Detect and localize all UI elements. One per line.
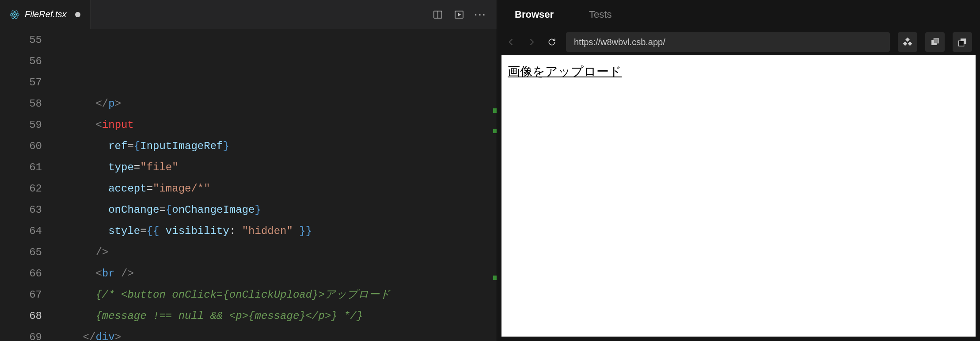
line-number: 58	[0, 93, 42, 115]
line-number: 55	[0, 30, 42, 51]
svg-point-3	[14, 14, 15, 15]
browser-viewport[interactable]: 画像をアップロード	[501, 55, 976, 337]
tab-tests[interactable]: Tests	[589, 9, 612, 20]
line-number: 56	[0, 51, 42, 72]
svg-rect-12	[934, 38, 938, 43]
url-text: https://w8wbvl.csb.app/	[574, 37, 665, 47]
line-number: 59	[0, 115, 42, 136]
upload-link[interactable]: 画像をアップロード	[508, 65, 622, 78]
code-area[interactable]: 555657585960616263646566676869 </p> <inp…	[0, 29, 497, 341]
more-actions-button[interactable]: ···	[474, 8, 487, 21]
line-number: 66	[0, 263, 42, 284]
line-number: 63	[0, 199, 42, 221]
line-number: 69	[0, 327, 42, 341]
line-number: 60	[0, 136, 42, 157]
code-line[interactable]: {/* <button onClick={onClickUpload}>アップロ…	[57, 284, 497, 306]
line-number: 68	[0, 306, 42, 327]
svg-rect-8	[906, 38, 909, 42]
line-number: 64	[0, 221, 42, 242]
browser-toolbar: https://w8wbvl.csb.app/	[497, 29, 980, 55]
reload-button[interactable]	[546, 36, 558, 48]
unsaved-indicator-icon	[75, 12, 80, 17]
line-number-gutter: 555657585960616263646566676869	[0, 29, 57, 341]
new-window-button[interactable]	[953, 32, 972, 52]
line-number: 67	[0, 284, 42, 306]
code-line[interactable]: ref={InputImageRef}	[57, 136, 497, 157]
open-window-button[interactable]	[925, 32, 945, 52]
code-line[interactable]: accept="image/*"	[57, 178, 497, 199]
code-line[interactable]: <br />	[57, 263, 497, 284]
file-tab-label: FileRef.tsx	[25, 9, 66, 19]
code-line[interactable]: onChange={onChangeImage}	[57, 199, 497, 221]
back-button[interactable]	[505, 36, 517, 48]
svg-rect-14	[959, 41, 964, 46]
codesandbox-button[interactable]	[898, 32, 917, 52]
code-line[interactable]: />	[57, 242, 497, 263]
editor-tabs: FileRef.tsx	[0, 0, 91, 29]
code-line[interactable]: </p>	[57, 93, 497, 115]
preview-pane: Browser Tests https://w8wbvl.csb.app/ 画像…	[497, 0, 980, 341]
code-line[interactable]: style={{ visibility: "hidden" }}	[57, 221, 497, 242]
code-line[interactable]: </div>	[57, 327, 497, 341]
code-line[interactable]: type="file"	[57, 157, 497, 178]
url-bar[interactable]: https://w8wbvl.csb.app/	[566, 32, 890, 52]
tab-browser[interactable]: Browser	[515, 9, 554, 20]
svg-rect-9	[904, 42, 907, 46]
forward-button[interactable]	[525, 36, 538, 48]
ellipsis-icon: ···	[474, 8, 486, 21]
editor-pane: FileRef.tsx ··· 555657585960616263646566…	[0, 0, 497, 341]
split-editor-button[interactable]	[431, 8, 444, 21]
code-content[interactable]: </p> <input ref={InputImageRef} type="fi…	[57, 29, 497, 341]
react-icon	[10, 10, 19, 19]
line-number: 62	[0, 178, 42, 199]
line-number: 65	[0, 242, 42, 263]
preview-tabs: Browser Tests	[497, 0, 980, 29]
code-line[interactable]: <input	[57, 115, 497, 136]
code-line[interactable]: {message !== null && <p>{message}</p>} *…	[57, 306, 497, 327]
line-number: 61	[0, 157, 42, 178]
editor-actions: ···	[431, 8, 497, 21]
run-preview-button[interactable]	[452, 8, 466, 21]
svg-marker-7	[458, 13, 460, 16]
line-number: 57	[0, 72, 42, 93]
file-tab[interactable]: FileRef.tsx	[0, 0, 91, 29]
svg-rect-10	[908, 42, 912, 46]
editor-tab-bar: FileRef.tsx ···	[0, 0, 497, 29]
